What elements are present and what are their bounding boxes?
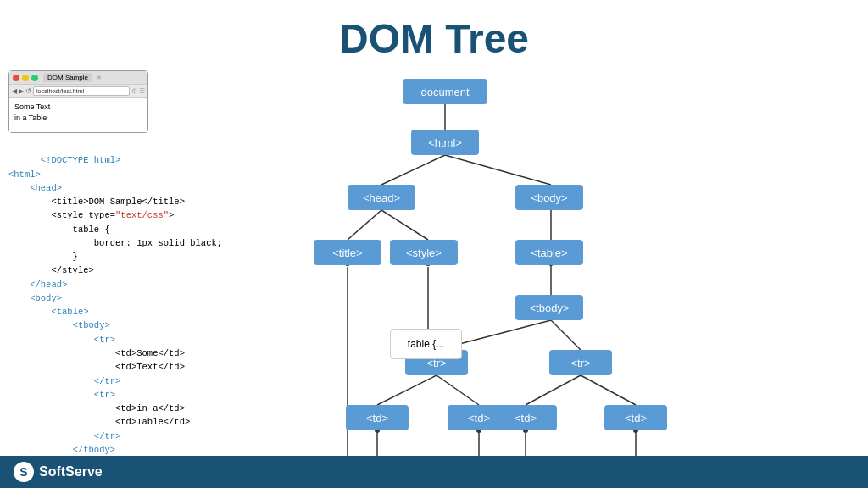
browser-toolbar: ◀ ▶ ↺ ⚙ ☰: [9, 85, 147, 98]
svg-line-11: [526, 375, 581, 405]
svg-line-2: [445, 155, 551, 185]
address-bar[interactable]: [33, 86, 130, 96]
dom-tree-panel: document <html> <head> <body> <title> <s…: [280, 70, 860, 485]
back-icon: ◀: [12, 87, 17, 95]
node-tr2: <tr>: [549, 350, 612, 375]
node-head: <head>: [348, 185, 415, 210]
node-html: <html>: [411, 130, 479, 155]
page-title: DOM Tree: [0, 0, 868, 70]
left-panel: DOM Sample ✕ ◀ ▶ ↺ ⚙ ☰ Some Text in a Ta…: [8, 70, 271, 488]
browser-tab: DOM Sample: [43, 73, 92, 82]
text-table-css: table {...: [390, 329, 462, 359]
svg-line-4: [381, 210, 428, 240]
footer: S SoftServe: [0, 456, 868, 488]
node-td1: <td>: [346, 405, 409, 430]
node-td3: <td>: [494, 405, 557, 430]
svg-line-9: [377, 375, 437, 405]
svg-line-1: [381, 155, 445, 185]
svg-line-3: [348, 210, 381, 240]
svg-line-10: [437, 375, 479, 405]
browser-tab-close: ✕: [97, 75, 102, 81]
node-body: <body>: [515, 185, 583, 210]
browser-mockup: DOM Sample ✕ ◀ ▶ ↺ ⚙ ☰ Some Text in a Ta…: [8, 70, 148, 133]
svg-line-8: [551, 320, 581, 350]
browser-body: Some Text in a Table: [9, 98, 147, 132]
code-line-2: <html>: [8, 169, 41, 180]
browser-content-line1: Some Text: [14, 102, 142, 113]
softserve-logo-icon: S: [14, 462, 34, 482]
code-line-1: <!DOCTYPE html>: [41, 155, 121, 165]
browser-close-btn: [13, 75, 19, 81]
node-document: document: [403, 79, 487, 104]
refresh-icon: ↺: [25, 87, 31, 95]
browser-min-btn: [22, 75, 29, 81]
browser-content-line2: in a Table: [14, 113, 142, 124]
node-td4: <td>: [604, 405, 667, 430]
node-table: <table>: [515, 240, 583, 265]
svg-line-12: [581, 375, 636, 405]
node-style: <style>: [390, 240, 458, 265]
browser-icons: ⚙ ☰: [131, 87, 145, 95]
node-title: <title>: [314, 240, 381, 265]
browser-max-btn: [31, 75, 38, 81]
browser-title-bar: DOM Sample ✕: [9, 71, 147, 85]
code-block: <!DOCTYPE html> <html> <head> <title>DOM…: [8, 140, 271, 488]
footer-logo-text: SoftServe: [39, 464, 103, 480]
footer-logo: S SoftServe: [14, 462, 103, 482]
node-tbody: <tbody>: [515, 295, 583, 320]
forward-icon: ▶: [19, 87, 24, 95]
